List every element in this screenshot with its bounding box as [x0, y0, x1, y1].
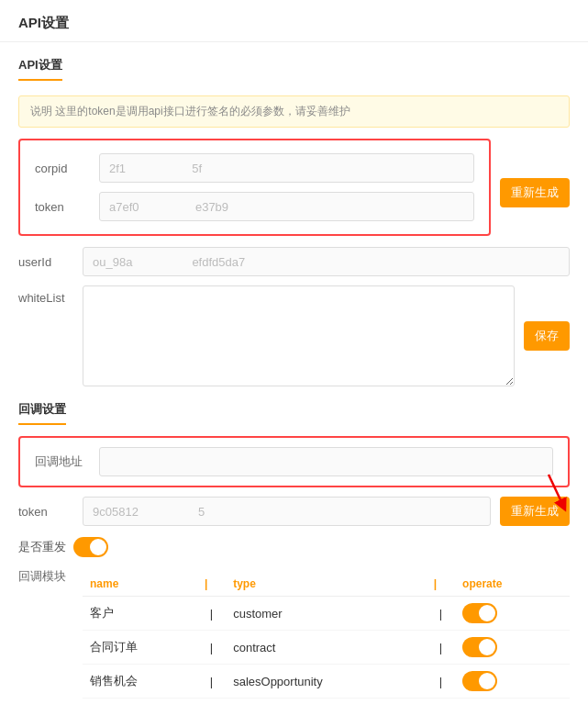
resend-row: 是否重发 [18, 537, 570, 557]
corpid-token-fields: corpid token [18, 139, 491, 236]
table-row: 客户 | customer | [83, 597, 570, 631]
row-operate [455, 597, 570, 631]
callback-token-group: token 重新生成 [18, 497, 570, 526]
regenerate-callback-button[interactable]: 重新生成 [500, 497, 570, 526]
row-name: 销售机会 [83, 665, 197, 699]
token-row: token [35, 192, 474, 221]
col-sep2-header: | [427, 572, 455, 597]
callback-url-box: 回调地址 [18, 436, 570, 487]
col-operate-header: operate [455, 572, 570, 597]
content-area: API设置 说明 这里的token是调用api接口进行签名的必须参数，请妥善维护… [0, 42, 588, 727]
row-type: customer [226, 597, 427, 631]
row-operate [455, 665, 570, 699]
corpid-input[interactable] [99, 153, 474, 183]
api-section-title: API设置 [18, 57, 62, 81]
row-sep1: | [197, 597, 226, 631]
callback-modules-table: name | type | operate 客户 | customer | [83, 572, 570, 699]
callback-modules-label: 回调模块 [18, 568, 83, 585]
token-label: token [35, 200, 99, 214]
col-name-header: name [83, 572, 197, 597]
corpid-label: corpid [35, 162, 99, 175]
corpid-row: corpid [35, 153, 474, 183]
callback-token-label: token [18, 505, 83, 519]
resend-label: 是否重发 [18, 539, 66, 555]
row-type: contract [226, 631, 427, 665]
row-sep1: | [197, 631, 226, 665]
callback-modules-row: 回调模块 name | type | operate [18, 568, 570, 699]
callback-section-title: 回调设置 [18, 401, 66, 425]
row-sep1: | [197, 665, 226, 699]
callback-token-input[interactable] [83, 497, 491, 526]
callback-url-input[interactable] [99, 447, 553, 476]
table-row: 销售机会 | salesOpportunity | [83, 665, 570, 699]
api-settings-section: API设置 说明 这里的token是调用api接口进行签名的必须参数，请妥善维护… [18, 57, 570, 386]
whitelist-textarea[interactable] [83, 285, 515, 386]
save-button[interactable]: 保存 [524, 321, 570, 351]
callback-url-label: 回调地址 [35, 453, 99, 470]
table-header-row: name | type | operate [83, 572, 570, 597]
whitelist-row: whiteList 保存 [18, 285, 570, 386]
row-type: salesOpportunity [226, 665, 427, 699]
userid-input[interactable] [83, 247, 570, 276]
whitelist-label: whiteList [18, 285, 83, 305]
userid-label: userId [18, 255, 83, 269]
callback-token-wrap: token 重新生成 [18, 497, 570, 526]
row-toggle[interactable] [462, 671, 497, 691]
row-sep2: | [427, 631, 455, 665]
callback-table-body: 客户 | customer | 合同订单 | contract | 销售机会 |… [83, 597, 570, 699]
corpid-token-group: corpid token 重新生成 [18, 139, 570, 247]
col-type-header: type [226, 572, 427, 597]
regenerate-api-button[interactable]: 重新生成 [500, 178, 570, 207]
row-sep2: | [427, 597, 455, 631]
page-title: API设置 [0, 0, 588, 42]
page-wrapper: API设置 API设置 说明 这里的token是调用api接口进行签名的必须参数… [0, 0, 588, 727]
row-name: 合同订单 [83, 631, 197, 665]
resend-toggle[interactable] [73, 537, 108, 557]
row-toggle[interactable] [462, 603, 497, 623]
token-input[interactable] [99, 192, 474, 221]
api-notice: 说明 这里的token是调用api接口进行签名的必须参数，请妥善维护 [18, 95, 570, 128]
callback-modules-table-wrap: name | type | operate 客户 | customer | [83, 568, 570, 699]
callback-settings-section: 回调设置 回调地址 token 重新生成 [18, 401, 570, 699]
table-row: 合同订单 | contract | [83, 631, 570, 665]
row-name: 客户 [83, 597, 197, 631]
callback-url-row: 回调地址 [35, 447, 553, 476]
whitelist-wrap: 保存 [83, 285, 570, 386]
row-sep2: | [427, 665, 455, 699]
row-toggle[interactable] [462, 637, 497, 657]
callback-token-field-wrap: token [18, 497, 491, 526]
col-sep1-header: | [197, 572, 226, 597]
row-operate [455, 631, 570, 665]
userid-row: userId [18, 247, 570, 276]
